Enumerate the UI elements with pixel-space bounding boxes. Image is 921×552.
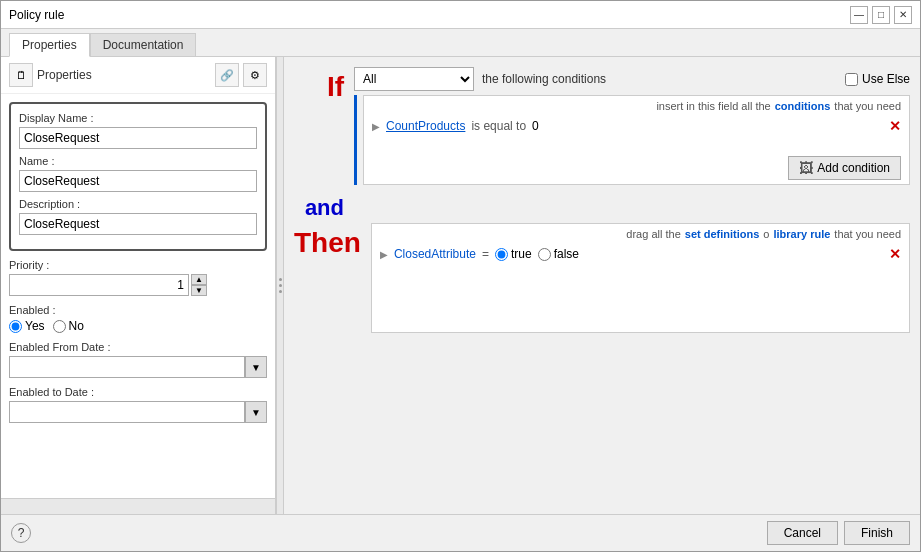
then-hint-suffix3: that you need	[834, 228, 901, 240]
vertical-blue-line	[354, 95, 357, 185]
then-hint-prefix: drag all the	[626, 228, 680, 240]
then-condition-row: ▶ ClosedAttribute = true false ✕	[372, 242, 909, 266]
enabled-from-input-wrap: ▼	[9, 356, 267, 378]
use-else-label: Use Else	[862, 72, 910, 86]
enabled-to-input-wrap: ▼	[9, 401, 267, 423]
priority-down-btn[interactable]: ▼	[191, 285, 207, 296]
use-else-row: Use Else	[845, 72, 910, 86]
enabled-to-label: Enabled to Date :	[9, 386, 267, 398]
enabled-yes-label: Yes	[25, 319, 45, 333]
left-scroll-area: Display Name : Name : Description : Prio…	[1, 94, 275, 498]
link-icon-btn[interactable]: 🔗	[215, 63, 239, 87]
main-window: Policy rule — □ ✕ Properties Documentati…	[0, 0, 921, 552]
minimize-button[interactable]: —	[850, 6, 868, 24]
if-section: If All Any the following conditions Use …	[294, 67, 910, 185]
if-header: All Any the following conditions Use Els…	[354, 67, 910, 91]
add-condition-label: Add condition	[817, 161, 890, 175]
right-panel: If All Any the following conditions Use …	[284, 57, 920, 514]
properties-icon-btn[interactable]: 🗒	[9, 63, 33, 87]
gear-icon: ⚙	[250, 69, 260, 82]
enabled-to-date-section: Enabled to Date : ▼	[9, 386, 267, 423]
tab-documentation[interactable]: Documentation	[90, 33, 197, 56]
condition-operator: is equal to	[471, 119, 526, 133]
condition-delete-btn[interactable]: ✕	[889, 118, 901, 134]
settings-icon-btn[interactable]: ⚙	[243, 63, 267, 87]
add-condition-button[interactable]: 🖼 Add condition	[788, 156, 901, 180]
if-content: All Any the following conditions Use Els…	[354, 67, 910, 185]
then-hint-middle: o	[763, 228, 769, 240]
enabled-yes-option[interactable]: Yes	[9, 319, 45, 333]
enabled-section: Enabled : Yes No	[9, 304, 267, 333]
window-title: Policy rule	[9, 8, 64, 22]
main-fields-group: Display Name : Name : Description :	[9, 102, 267, 251]
description-label: Description :	[19, 198, 257, 210]
help-icon-btn[interactable]: ?	[11, 523, 31, 543]
use-else-checkbox[interactable]	[845, 73, 858, 86]
display-name-input[interactable]	[19, 127, 257, 149]
condition-field[interactable]: CountProducts	[386, 119, 465, 133]
then-false-option[interactable]: false	[538, 247, 579, 261]
enabled-to-input[interactable]	[9, 401, 245, 423]
and-keyword: and	[294, 185, 354, 221]
enabled-to-calendar-btn[interactable]: ▼	[245, 401, 267, 423]
condition-arrow-icon: ▶	[372, 121, 380, 132]
then-true-radio[interactable]	[495, 248, 508, 261]
close-button[interactable]: ✕	[894, 6, 912, 24]
then-field[interactable]: ClosedAttribute	[394, 247, 476, 261]
resize-dot-1	[279, 278, 282, 281]
enabled-yes-radio[interactable]	[9, 320, 22, 333]
description-input[interactable]	[19, 213, 257, 235]
then-content: drag all the set definitions o library r…	[371, 223, 910, 333]
enabled-from-input[interactable]	[9, 356, 245, 378]
left-toolbar: 🗒 Properties 🔗 ⚙	[1, 57, 275, 94]
then-keyword: Then	[294, 223, 371, 259]
properties-icon: 🗒	[16, 69, 27, 81]
bottom-buttons: Cancel Finish	[767, 521, 910, 545]
priority-input[interactable]	[9, 274, 189, 296]
condition-row-1: ▶ CountProducts is equal to 0 ✕	[364, 114, 909, 138]
resize-handle[interactable]	[276, 57, 284, 514]
priority-section: Priority : ▲ ▼	[9, 259, 267, 296]
priority-label: Priority :	[9, 259, 267, 271]
resize-dot-2	[279, 284, 282, 287]
then-delete-btn[interactable]: ✕	[889, 246, 901, 262]
then-true-option[interactable]: true	[495, 247, 532, 261]
conditions-box: insert in this field all the conditions …	[363, 95, 910, 185]
resize-dot-3	[279, 290, 282, 293]
name-label: Name :	[19, 155, 257, 167]
name-input[interactable]	[19, 170, 257, 192]
content-area: 🗒 Properties 🔗 ⚙ Display Name :	[1, 57, 920, 514]
conditions-area: insert in this field all the conditions …	[354, 95, 910, 185]
conditions-hint: insert in this field all the conditions …	[364, 96, 909, 114]
all-select[interactable]: All Any	[354, 67, 474, 91]
then-false-radio[interactable]	[538, 248, 551, 261]
enabled-no-radio[interactable]	[53, 320, 66, 333]
left-panel-scrollbar-bottom	[1, 498, 275, 514]
name-field: Name :	[19, 155, 257, 192]
priority-up-btn[interactable]: ▲	[191, 274, 207, 285]
conditions-hint-bold: conditions	[775, 100, 831, 112]
priority-spinner: ▲ ▼	[191, 274, 207, 296]
cancel-button[interactable]: Cancel	[767, 521, 838, 545]
enabled-from-label: Enabled From Date :	[9, 341, 267, 353]
then-row-arrow-icon: ▶	[380, 249, 388, 260]
then-section: Then drag all the set definitions o libr…	[294, 223, 910, 333]
display-name-label: Display Name :	[19, 112, 257, 124]
then-hint: drag all the set definitions o library r…	[372, 224, 909, 242]
enabled-no-option[interactable]: No	[53, 319, 84, 333]
then-true-label: true	[511, 247, 532, 261]
conditions-hint-prefix: insert in this field all the	[656, 100, 770, 112]
then-box: drag all the set definitions o library r…	[371, 223, 910, 333]
left-panel: 🗒 Properties 🔗 ⚙ Display Name :	[1, 57, 276, 514]
display-name-field: Display Name :	[19, 112, 257, 149]
bottom-bar: ? Cancel Finish	[1, 514, 920, 551]
maximize-button[interactable]: □	[872, 6, 890, 24]
tab-properties[interactable]: Properties	[9, 33, 90, 57]
enabled-from-calendar-btn[interactable]: ▼	[245, 356, 267, 378]
enabled-radio-group: Yes No	[9, 319, 267, 333]
finish-button[interactable]: Finish	[844, 521, 910, 545]
add-condition-row: 🖼 Add condition	[364, 152, 909, 184]
enabled-no-label: No	[69, 319, 84, 333]
conditions-hint-suffix: that you need	[834, 100, 901, 112]
title-bar: Policy rule — □ ✕	[1, 1, 920, 29]
